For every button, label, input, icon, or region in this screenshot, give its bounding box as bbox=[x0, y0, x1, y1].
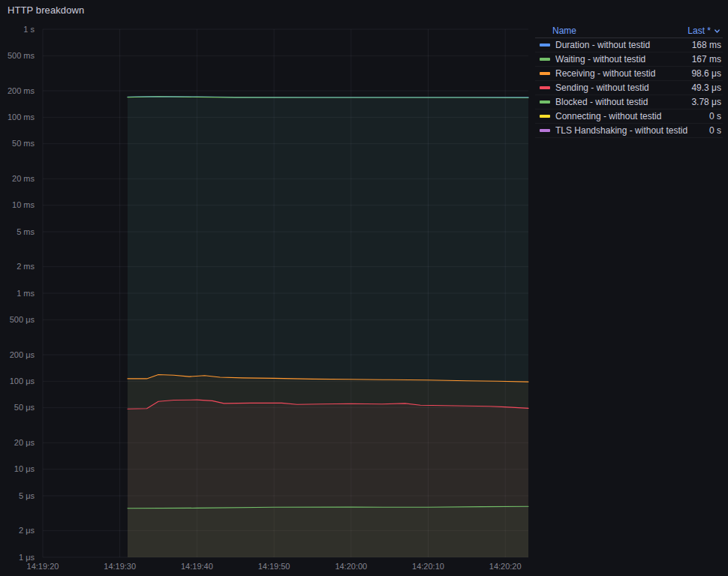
svg-text:1 μs: 1 μs bbox=[19, 553, 35, 562]
svg-text:14:19:20: 14:19:20 bbox=[27, 562, 59, 571]
svg-text:14:19:30: 14:19:30 bbox=[104, 562, 136, 571]
legend-label: Waiting - without testid bbox=[555, 54, 686, 64]
legend-item[interactable]: Waiting - without testid167 ms bbox=[535, 52, 723, 67]
series-color-icon bbox=[540, 86, 550, 89]
svg-text:500 μs: 500 μs bbox=[10, 315, 35, 324]
series-color-icon bbox=[540, 100, 550, 104]
legend-value: 49.3 μs bbox=[691, 82, 721, 93]
legend-label: Sending - without testid bbox=[555, 82, 685, 93]
svg-text:1 ms: 1 ms bbox=[17, 289, 35, 298]
svg-text:1 s: 1 s bbox=[23, 25, 35, 34]
legend-header-last-label: Last * bbox=[687, 26, 711, 36]
svg-text:200 μs: 200 μs bbox=[10, 350, 35, 359]
series-color-icon bbox=[540, 72, 550, 75]
svg-text:2 μs: 2 μs bbox=[19, 526, 35, 535]
svg-text:10 μs: 10 μs bbox=[14, 464, 35, 473]
legend-item[interactable]: Blocked - without testid3.78 μs bbox=[535, 95, 723, 110]
svg-text:50 ms: 50 ms bbox=[12, 139, 35, 148]
legend-item[interactable]: Sending - without testid49.3 μs bbox=[535, 81, 723, 95]
legend-label: Duration - without testid bbox=[555, 40, 686, 50]
legend-item[interactable]: Connecting - without testid0 s bbox=[535, 110, 723, 124]
legend-label: Receiving - without testid bbox=[555, 68, 685, 79]
legend-label: Connecting - without testid bbox=[555, 111, 703, 122]
legend-value: 168 ms bbox=[692, 40, 721, 50]
legend-value: 0 s bbox=[709, 111, 721, 122]
series-color-icon bbox=[540, 44, 550, 46]
legend-item[interactable]: Duration - without testid168 ms bbox=[535, 38, 723, 52]
series-color-icon bbox=[540, 129, 550, 132]
svg-text:20 μs: 20 μs bbox=[14, 438, 35, 447]
svg-text:50 μs: 50 μs bbox=[14, 403, 35, 412]
series-color-icon bbox=[540, 58, 550, 61]
svg-text:100 μs: 100 μs bbox=[10, 376, 35, 386]
legend-item[interactable]: Receiving - without testid98.6 μs bbox=[535, 67, 723, 81]
legend-rows: Duration - without testid168 msWaiting -… bbox=[535, 38, 723, 138]
legend-value: 167 ms bbox=[692, 54, 721, 64]
svg-text:200 ms: 200 ms bbox=[8, 86, 35, 95]
svg-text:500 ms: 500 ms bbox=[8, 51, 35, 60]
series-color-icon bbox=[540, 115, 550, 118]
legend-header-name[interactable]: Name bbox=[552, 26, 576, 36]
svg-text:14:19:40: 14:19:40 bbox=[181, 562, 213, 571]
legend-value: 0 s bbox=[709, 125, 721, 136]
svg-text:20 ms: 20 ms bbox=[12, 174, 35, 183]
legend-header: Name Last * bbox=[535, 24, 723, 38]
svg-text:5 μs: 5 μs bbox=[19, 491, 35, 500]
sort-desc-icon bbox=[713, 27, 721, 35]
svg-text:14:19:50: 14:19:50 bbox=[258, 562, 290, 571]
legend-header-last[interactable]: Last * bbox=[687, 26, 721, 36]
svg-text:2 ms: 2 ms bbox=[17, 262, 35, 271]
legend-table: Name Last * Duration - without testid168… bbox=[535, 24, 723, 138]
svg-text:14:20:20: 14:20:20 bbox=[489, 562, 522, 571]
svg-text:14:20:10: 14:20:10 bbox=[412, 562, 444, 571]
legend-label: TLS Handshaking - without testid bbox=[555, 125, 703, 136]
svg-text:14:20:00: 14:20:00 bbox=[335, 562, 367, 571]
svg-text:10 ms: 10 ms bbox=[12, 200, 35, 209]
legend-item[interactable]: TLS Handshaking - without testid0 s bbox=[535, 124, 723, 138]
svg-text:100 ms: 100 ms bbox=[8, 112, 35, 122]
legend-value: 3.78 μs bbox=[691, 97, 721, 107]
svg-text:5 ms: 5 ms bbox=[17, 227, 35, 236]
legend-value: 98.6 μs bbox=[691, 68, 721, 79]
legend-label: Blocked - without testid bbox=[555, 97, 685, 107]
series-fills bbox=[128, 97, 528, 557]
